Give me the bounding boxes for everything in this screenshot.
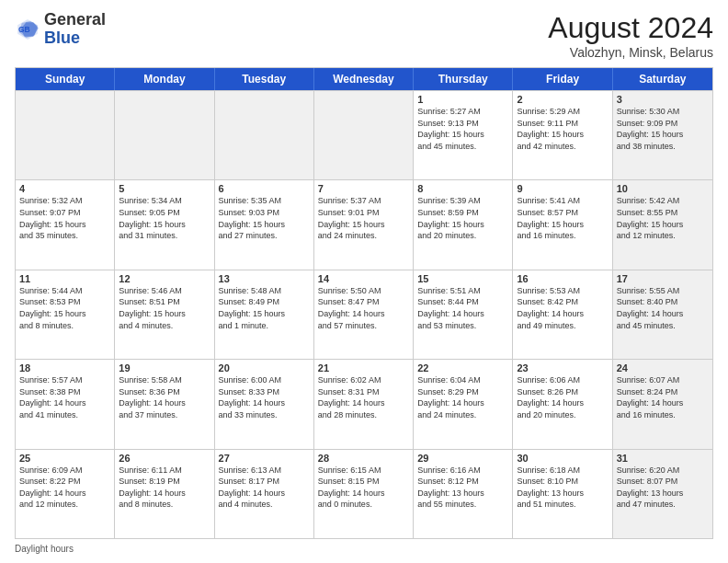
cal-cell-23: 23Sunrise: 6:06 AM Sunset: 8:26 PM Dayli…	[513, 360, 612, 448]
cal-cell-17: 17Sunrise: 5:55 AM Sunset: 8:40 PM Dayli…	[613, 270, 712, 359]
cell-info: Sunrise: 5:57 AM Sunset: 8:38 PM Dayligh…	[19, 374, 110, 420]
cell-info: Sunrise: 6:13 AM Sunset: 8:17 PM Dayligh…	[219, 465, 310, 511]
day-number: 12	[119, 273, 210, 284]
cal-cell-29: 29Sunrise: 6:16 AM Sunset: 8:12 PM Dayli…	[414, 450, 513, 538]
day-number: 5	[119, 183, 210, 194]
cell-info: Sunrise: 6:16 AM Sunset: 8:12 PM Dayligh…	[417, 465, 508, 511]
cal-cell-11: 11Sunrise: 5:44 AM Sunset: 8:53 PM Dayli…	[16, 270, 115, 359]
cell-info: Sunrise: 5:37 AM Sunset: 9:01 PM Dayligh…	[318, 195, 409, 241]
cell-info: Sunrise: 5:48 AM Sunset: 8:49 PM Dayligh…	[219, 285, 310, 331]
cal-cell-3: 3Sunrise: 5:30 AM Sunset: 9:09 PM Daylig…	[613, 91, 712, 179]
cell-info: Sunrise: 5:32 AM Sunset: 9:07 PM Dayligh…	[19, 195, 110, 241]
cal-cell-10: 10Sunrise: 5:42 AM Sunset: 8:55 PM Dayli…	[613, 180, 712, 269]
day-number: 20	[219, 362, 310, 373]
header-day-friday: Friday	[513, 68, 612, 90]
cell-info: Sunrise: 6:00 AM Sunset: 8:33 PM Dayligh…	[219, 374, 310, 420]
cal-cell-empty	[314, 91, 414, 179]
cal-cell-13: 13Sunrise: 5:48 AM Sunset: 8:49 PM Dayli…	[215, 270, 314, 359]
cell-info: Sunrise: 5:44 AM Sunset: 8:53 PM Dayligh…	[19, 285, 110, 331]
day-number: 26	[119, 453, 210, 464]
week-row-1: 1Sunrise: 5:27 AM Sunset: 9:13 PM Daylig…	[16, 90, 712, 179]
cal-cell-18: 18Sunrise: 5:57 AM Sunset: 8:38 PM Dayli…	[16, 360, 115, 448]
day-number: 11	[19, 273, 110, 284]
cell-info: Sunrise: 6:15 AM Sunset: 8:15 PM Dayligh…	[318, 465, 409, 511]
day-number: 17	[617, 273, 709, 284]
cell-info: Sunrise: 5:58 AM Sunset: 8:36 PM Dayligh…	[119, 374, 210, 420]
day-number: 6	[219, 183, 310, 194]
logo-text: General Blue	[44, 11, 106, 48]
week-row-5: 25Sunrise: 6:09 AM Sunset: 8:22 PM Dayli…	[16, 449, 712, 538]
calendar-body: 1Sunrise: 5:27 AM Sunset: 9:13 PM Daylig…	[16, 90, 712, 538]
cal-cell-8: 8Sunrise: 5:39 AM Sunset: 8:59 PM Daylig…	[414, 180, 513, 269]
title-block: August 2024 Valozhyn, Minsk, Belarus	[548, 11, 713, 60]
cell-info: Sunrise: 5:34 AM Sunset: 9:05 PM Dayligh…	[119, 195, 210, 241]
cal-cell-9: 9Sunrise: 5:41 AM Sunset: 8:57 PM Daylig…	[513, 180, 612, 269]
day-number: 25	[19, 453, 110, 464]
day-number: 31	[617, 453, 709, 464]
cal-cell-15: 15Sunrise: 5:51 AM Sunset: 8:44 PM Dayli…	[414, 270, 513, 359]
cal-cell-27: 27Sunrise: 6:13 AM Sunset: 8:17 PM Dayli…	[215, 450, 314, 538]
cal-cell-2: 2Sunrise: 5:29 AM Sunset: 9:11 PM Daylig…	[513, 91, 612, 179]
day-number: 16	[517, 273, 608, 284]
cal-cell-30: 30Sunrise: 6:18 AM Sunset: 8:10 PM Dayli…	[513, 450, 612, 538]
cell-info: Sunrise: 6:07 AM Sunset: 8:24 PM Dayligh…	[617, 374, 709, 420]
cal-cell-5: 5Sunrise: 5:34 AM Sunset: 9:05 PM Daylig…	[115, 180, 214, 269]
day-number: 21	[318, 362, 409, 373]
cal-cell-24: 24Sunrise: 6:07 AM Sunset: 8:24 PM Dayli…	[613, 360, 712, 448]
cal-cell-empty	[16, 91, 115, 179]
week-row-3: 11Sunrise: 5:44 AM Sunset: 8:53 PM Dayli…	[16, 270, 712, 359]
footer: Daylight hours	[15, 544, 713, 554]
cal-cell-14: 14Sunrise: 5:50 AM Sunset: 8:47 PM Dayli…	[314, 270, 414, 359]
calendar-header: SundayMondayTuesdayWednesdayThursdayFrid…	[16, 68, 712, 90]
day-number: 2	[517, 94, 608, 105]
header-day-sunday: Sunday	[16, 68, 115, 90]
cal-cell-empty	[115, 91, 214, 179]
header-day-saturday: Saturday	[613, 68, 712, 90]
header-day-monday: Monday	[115, 68, 214, 90]
cell-info: Sunrise: 6:06 AM Sunset: 8:26 PM Dayligh…	[517, 374, 608, 420]
page-header: GB General Blue August 2024 Valozhyn, Mi…	[15, 11, 713, 60]
day-number: 4	[19, 183, 110, 194]
day-number: 3	[617, 94, 709, 105]
location: Valozhyn, Minsk, Belarus	[548, 45, 713, 60]
logo-icon: GB	[15, 17, 40, 42]
day-number: 8	[417, 183, 508, 194]
day-number: 23	[517, 362, 608, 373]
logo: GB General Blue	[15, 11, 106, 48]
cell-info: Sunrise: 5:55 AM Sunset: 8:40 PM Dayligh…	[617, 285, 709, 331]
day-number: 1	[417, 94, 508, 105]
day-number: 19	[119, 362, 210, 373]
cal-cell-19: 19Sunrise: 5:58 AM Sunset: 8:36 PM Dayli…	[115, 360, 214, 448]
cal-cell-4: 4Sunrise: 5:32 AM Sunset: 9:07 PM Daylig…	[16, 180, 115, 269]
header-day-wednesday: Wednesday	[314, 68, 414, 90]
cell-info: Sunrise: 5:30 AM Sunset: 9:09 PM Dayligh…	[617, 106, 709, 152]
cell-info: Sunrise: 5:51 AM Sunset: 8:44 PM Dayligh…	[417, 285, 508, 331]
cal-cell-31: 31Sunrise: 6:20 AM Sunset: 8:07 PM Dayli…	[613, 450, 712, 538]
header-day-thursday: Thursday	[414, 68, 513, 90]
cal-cell-20: 20Sunrise: 6:00 AM Sunset: 8:33 PM Dayli…	[215, 360, 314, 448]
cal-cell-6: 6Sunrise: 5:35 AM Sunset: 9:03 PM Daylig…	[215, 180, 314, 269]
cell-info: Sunrise: 5:39 AM Sunset: 8:59 PM Dayligh…	[417, 195, 508, 241]
day-number: 27	[219, 453, 310, 464]
day-number: 7	[318, 183, 409, 194]
day-number: 9	[517, 183, 608, 194]
cell-info: Sunrise: 6:02 AM Sunset: 8:31 PM Dayligh…	[318, 374, 409, 420]
cal-cell-25: 25Sunrise: 6:09 AM Sunset: 8:22 PM Dayli…	[16, 450, 115, 538]
cal-cell-empty	[215, 91, 314, 179]
week-row-2: 4Sunrise: 5:32 AM Sunset: 9:07 PM Daylig…	[16, 179, 712, 269]
day-number: 18	[19, 362, 110, 373]
day-number: 10	[617, 183, 709, 194]
cal-cell-22: 22Sunrise: 6:04 AM Sunset: 8:29 PM Dayli…	[414, 360, 513, 448]
cal-cell-12: 12Sunrise: 5:46 AM Sunset: 8:51 PM Dayli…	[115, 270, 214, 359]
cal-cell-7: 7Sunrise: 5:37 AM Sunset: 9:01 PM Daylig…	[314, 180, 414, 269]
calendar: SundayMondayTuesdayWednesdayThursdayFrid…	[15, 67, 713, 539]
cell-info: Sunrise: 5:53 AM Sunset: 8:42 PM Dayligh…	[517, 285, 608, 331]
day-number: 13	[219, 273, 310, 284]
cell-info: Sunrise: 6:20 AM Sunset: 8:07 PM Dayligh…	[617, 465, 709, 511]
cal-cell-26: 26Sunrise: 6:11 AM Sunset: 8:19 PM Dayli…	[115, 450, 214, 538]
cell-info: Sunrise: 6:11 AM Sunset: 8:19 PM Dayligh…	[119, 465, 210, 511]
cal-cell-16: 16Sunrise: 5:53 AM Sunset: 8:42 PM Dayli…	[513, 270, 612, 359]
cal-cell-28: 28Sunrise: 6:15 AM Sunset: 8:15 PM Dayli…	[314, 450, 414, 538]
day-number: 24	[617, 362, 709, 373]
cell-info: Sunrise: 6:04 AM Sunset: 8:29 PM Dayligh…	[417, 374, 508, 420]
